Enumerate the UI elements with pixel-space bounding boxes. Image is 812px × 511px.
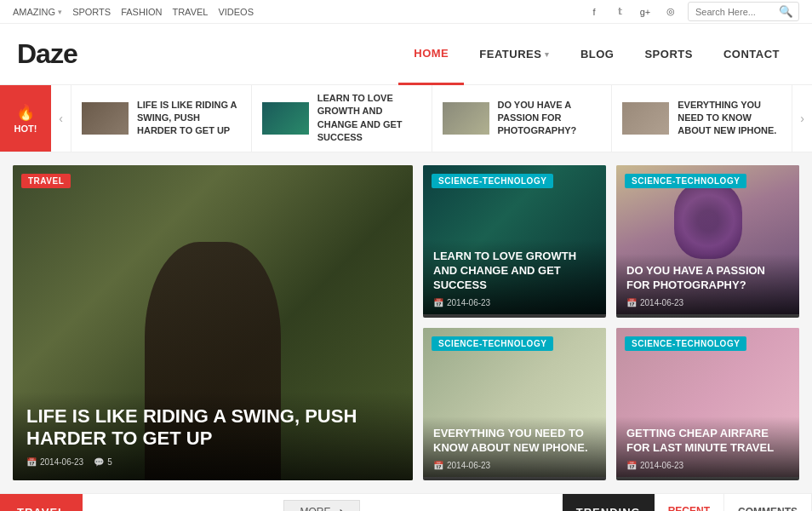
small-article-3-overlay: EVERYTHING YOU NEED TO KNOW ABOUT NEW IP… bbox=[423, 416, 606, 480]
small-article-1-overlay: LEARN TO LOVE GROWTH AND CHANGE AND GET … bbox=[423, 239, 606, 318]
googleplus-icon[interactable]: g+ bbox=[637, 3, 654, 20]
top-bar-nav: AMAZING ▾ SPORTS FASHION TRAVEL VIDEOS bbox=[13, 7, 254, 17]
ticker-items: LIFE IS LIKE RIDING A SWING, PUSH HARDER… bbox=[71, 85, 792, 152]
search-box: 🔍 bbox=[688, 2, 799, 21]
calendar-icon-4: 📅 bbox=[433, 461, 443, 470]
large-article-date: 📅 2014-06-23 bbox=[26, 457, 83, 467]
topnav-videos[interactable]: VIDEOS bbox=[218, 7, 254, 17]
small-article-3-category: SCIENCE-TECHNOLOGY bbox=[432, 336, 553, 351]
large-article-meta: 📅 2014-06-23 💬 5 bbox=[26, 457, 399, 467]
main-nav: HOME FEATURES ▾ BLOG SPORTS CONTACT bbox=[398, 24, 795, 85]
top-bar: AMAZING ▾ SPORTS FASHION TRAVEL VIDEOS f… bbox=[0, 0, 812, 24]
nav-contact[interactable]: CONTACT bbox=[708, 24, 795, 85]
small-article-2-category: SCIENCE-TECHNOLOGY bbox=[625, 174, 746, 188]
tab-recent[interactable]: RECENT bbox=[655, 494, 724, 511]
small-article-3-meta: 📅 2014-06-23 bbox=[433, 461, 596, 470]
comment-icon: 💬 bbox=[94, 457, 104, 467]
small-article-4-category: SCIENCE-TECHNOLOGY bbox=[625, 336, 746, 351]
topnav-travel[interactable]: TRAVEL bbox=[172, 7, 208, 17]
small-article-4-meta: 📅 2014-06-23 bbox=[626, 461, 789, 470]
ticker-next-button[interactable]: › bbox=[792, 85, 812, 152]
fire-icon: 🔥 bbox=[16, 103, 35, 122]
news-ticker: 🔥 HOT! ‹ LIFE IS LIKE RIDING A SWING, PU… bbox=[0, 85, 812, 152]
calendar-icon-5: 📅 bbox=[626, 461, 637, 470]
main-grid: TRAVEL LIFE IS LIKE RIDING A SWING, PUSH… bbox=[0, 152, 812, 493]
nav-sports[interactable]: SPORTS bbox=[629, 24, 707, 85]
ticker-item-2[interactable]: LEARN TO LOVE GROWTH AND CHANGE AND GET … bbox=[252, 85, 432, 152]
top-bar-right: f 𝕥 g+ ◎ 🔍 bbox=[586, 2, 799, 21]
topnav-amazing[interactable]: AMAZING ▾ bbox=[13, 7, 62, 17]
small-article-4-overlay: GETTING CHEAP AIRFARE FOR LAST MINUTE TR… bbox=[616, 416, 799, 480]
small-article-1-title: LEARN TO LOVE GROWTH AND CHANGE AND GET … bbox=[433, 250, 596, 293]
small-article-3[interactable]: SCIENCE-TECHNOLOGY EVERYTHING YOU NEED T… bbox=[423, 328, 606, 480]
nav-blog[interactable]: BLOG bbox=[565, 24, 630, 85]
large-article-comments: 💬 5 bbox=[94, 457, 112, 467]
small-article-1[interactable]: SCIENCE-TECHNOLOGY LEARN TO LOVE GROWTH … bbox=[423, 165, 606, 318]
ticker-item-4[interactable]: EVERYTHING YOU NEED TO KNOW ABOUT NEW IP… bbox=[612, 85, 792, 152]
bottom-more-section: MORE ➜ bbox=[83, 500, 563, 511]
bottom-trending-label: TRENDING bbox=[563, 494, 655, 511]
large-article-overlay: LIFE IS LIKE RIDING A SWING, PUSH HARDER… bbox=[13, 392, 413, 480]
more-button[interactable]: MORE ➜ bbox=[283, 500, 360, 511]
large-article-category: TRAVEL bbox=[21, 174, 71, 188]
nav-features[interactable]: FEATURES ▾ bbox=[464, 24, 565, 85]
small-article-4-title: GETTING CHEAP AIRFARE FOR LAST MINUTE TR… bbox=[626, 427, 789, 456]
more-arrow-icon: ➜ bbox=[335, 506, 344, 511]
nav-home[interactable]: HOME bbox=[398, 24, 464, 85]
featured-article[interactable]: TRAVEL LIFE IS LIKE RIDING A SWING, PUSH… bbox=[13, 165, 413, 480]
small-article-2-meta: 📅 2014-06-23 bbox=[626, 298, 789, 307]
calendar-icon-3: 📅 bbox=[626, 298, 637, 307]
topnav-sports[interactable]: SPORTS bbox=[72, 7, 111, 17]
calendar-icon: 📅 bbox=[26, 457, 37, 467]
small-article-2-title: DO YOU HAVE A PASSION FOR PHOTOGRAPHY? bbox=[626, 264, 789, 293]
tab-comments[interactable]: COMMENTS bbox=[724, 494, 812, 511]
site-logo: Daze bbox=[17, 38, 77, 70]
calendar-icon-2: 📅 bbox=[433, 298, 443, 307]
small-article-2[interactable]: SCIENCE-TECHNOLOGY DO YOU HAVE A PASSION… bbox=[616, 165, 799, 318]
search-button[interactable]: 🔍 bbox=[774, 3, 798, 20]
bottom-travel-label: TRAVEL bbox=[0, 494, 83, 511]
large-article-title: LIFE IS LIKE RIDING A SWING, PUSH HARDER… bbox=[26, 405, 399, 451]
features-arrow-icon: ▾ bbox=[545, 50, 550, 59]
instagram-icon[interactable]: ◎ bbox=[662, 3, 679, 20]
ticker-prev-button[interactable]: ‹ bbox=[51, 85, 71, 152]
amazing-arrow-icon: ▾ bbox=[58, 8, 62, 16]
topnav-fashion[interactable]: FASHION bbox=[121, 7, 162, 17]
small-article-1-meta: 📅 2014-06-23 bbox=[433, 298, 596, 307]
search-input[interactable] bbox=[689, 4, 774, 20]
ticker-hot-badge: 🔥 HOT! bbox=[0, 85, 51, 152]
facebook-icon[interactable]: f bbox=[586, 3, 603, 20]
small-article-2-overlay: DO YOU HAVE A PASSION FOR PHOTOGRAPHY? 📅… bbox=[616, 254, 799, 318]
ticker-item-3[interactable]: DO YOU HAVE A PASSION FOR PHOTOGRAPHY? bbox=[432, 85, 613, 152]
bottom-bar: TRAVEL MORE ➜ TRENDING RECENT COMMENTS bbox=[0, 493, 812, 511]
header: Daze HOME FEATURES ▾ BLOG SPORTS CONTACT bbox=[0, 24, 812, 85]
twitter-icon[interactable]: 𝕥 bbox=[611, 3, 628, 20]
bottom-tabs: RECENT COMMENTS bbox=[655, 494, 812, 511]
small-articles-grid: SCIENCE-TECHNOLOGY LEARN TO LOVE GROWTH … bbox=[423, 165, 799, 480]
small-article-4[interactable]: SCIENCE-TECHNOLOGY GETTING CHEAP AIRFARE… bbox=[616, 328, 799, 480]
ticker-item-1[interactable]: LIFE IS LIKE RIDING A SWING, PUSH HARDER… bbox=[71, 85, 252, 152]
small-article-3-title: EVERYTHING YOU NEED TO KNOW ABOUT NEW IP… bbox=[433, 427, 596, 456]
small-article-1-category: SCIENCE-TECHNOLOGY bbox=[432, 174, 553, 188]
